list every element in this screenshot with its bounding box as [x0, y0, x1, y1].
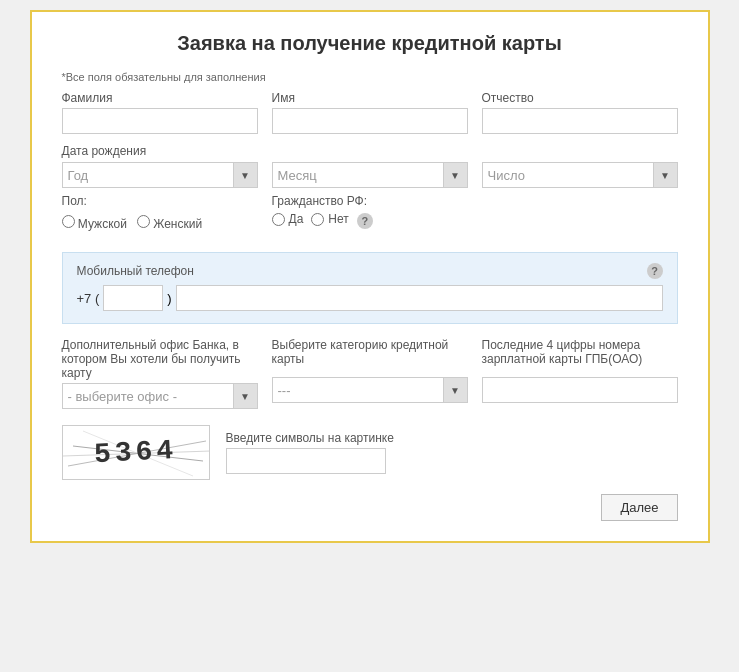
office-placeholder: - выберите офис -: [63, 387, 233, 406]
citizenship-group: Гражданство РФ: Да Нет ?: [272, 194, 468, 230]
male-label: Мужской: [78, 217, 127, 231]
mobile-number-input[interactable]: [176, 285, 663, 311]
male-radio-item[interactable]: Мужской: [62, 215, 127, 231]
firstname-label: Имя: [272, 91, 468, 105]
mobile-section-header: Мобильный телефон ?: [77, 263, 663, 279]
no-radio-item[interactable]: Нет: [311, 212, 348, 226]
day-arrow-icon: ▼: [653, 163, 677, 187]
captcha-input[interactable]: [226, 448, 386, 474]
submit-button[interactable]: Далее: [601, 494, 677, 521]
mobile-code-input[interactable]: [103, 285, 163, 311]
required-note: *Все поля обязательны для заполнения: [62, 71, 678, 83]
page-title: Заявка на получение кредитной карты: [62, 32, 678, 55]
patronymic-label: Отчество: [482, 91, 678, 105]
patronymic-field-group: Отчество: [482, 91, 678, 134]
yes-radio-item[interactable]: Да: [272, 212, 304, 226]
month-select[interactable]: Месяц ▼: [272, 162, 468, 188]
office-row: Дополнительный офис Банка, в котором Вы …: [62, 338, 678, 409]
category-label: Выберите категорию кредитной карты: [272, 338, 468, 374]
mobile-help-icon[interactable]: ?: [647, 263, 663, 279]
year-select-group: Год ▼: [62, 162, 258, 188]
year-placeholder: Год: [63, 166, 233, 185]
female-radio[interactable]: [137, 215, 150, 228]
lastname-label: Фамилия: [62, 91, 258, 105]
office-label: Дополнительный офис Банка, в котором Вы …: [62, 338, 258, 380]
yes-radio[interactable]: [272, 213, 285, 226]
captcha-input-group: Введите символы на картинке: [226, 431, 394, 474]
card-number-field: Последние 4 цифры номера зарплатной карт…: [482, 338, 678, 403]
female-radio-item[interactable]: Женский: [137, 215, 202, 231]
category-select[interactable]: --- ▼: [272, 377, 468, 403]
patronymic-input[interactable]: [482, 108, 678, 134]
gender-radio-group: Мужской Женский: [62, 212, 258, 238]
year-arrow-icon: ▼: [233, 163, 257, 187]
captcha-image: 5364: [62, 425, 210, 480]
day-placeholder: Число: [483, 166, 653, 185]
card-number-label: Последние 4 цифры номера зарплатной карт…: [482, 338, 678, 374]
submit-row: Далее: [62, 494, 678, 521]
office-select[interactable]: - выберите офис - ▼: [62, 383, 258, 409]
month-arrow-icon: ▼: [443, 163, 467, 187]
citizenship-label: Гражданство РФ:: [272, 194, 468, 208]
firstname-input[interactable]: [272, 108, 468, 134]
month-select-group: Месяц ▼: [272, 162, 468, 188]
lastname-input[interactable]: [62, 108, 258, 134]
citizenship-radio-row: Да Нет ?: [272, 212, 468, 230]
mobile-section: Мобильный телефон ? +7 ( ): [62, 252, 678, 324]
firstname-field-group: Имя: [272, 91, 468, 134]
citizenship-help-icon[interactable]: ?: [357, 213, 373, 229]
day-select-group: Число ▼: [482, 162, 678, 188]
category-placeholder: ---: [273, 381, 443, 400]
captcha-row: 5364 Введите символы на картинке: [62, 425, 678, 480]
gender-group: Пол: Мужской Женский: [62, 194, 258, 238]
no-label: Нет: [328, 212, 348, 226]
captcha-label: Введите символы на картинке: [226, 431, 394, 445]
male-radio[interactable]: [62, 215, 75, 228]
birthdate-label: Дата рождения: [62, 144, 678, 158]
category-field: Выберите категорию кредитной карты --- ▼: [272, 338, 468, 403]
yes-label: Да: [289, 212, 304, 226]
mobile-title: Мобильный телефон: [77, 264, 194, 278]
gender-label: Пол:: [62, 194, 258, 208]
category-arrow-icon: ▼: [443, 378, 467, 402]
no-radio[interactable]: [311, 213, 324, 226]
mobile-input-row: +7 ( ): [77, 285, 663, 311]
month-placeholder: Месяц: [273, 166, 443, 185]
day-select[interactable]: Число ▼: [482, 162, 678, 188]
office-field: Дополнительный офис Банка, в котором Вы …: [62, 338, 258, 409]
captcha-display-text: 5364: [93, 435, 178, 470]
card-number-input[interactable]: [482, 377, 678, 403]
mobile-close-paren: ): [167, 291, 171, 306]
office-arrow-icon: ▼: [233, 384, 257, 408]
year-select[interactable]: Год ▼: [62, 162, 258, 188]
lastname-field-group: Фамилия: [62, 91, 258, 134]
female-label: Женский: [153, 217, 202, 231]
mobile-prefix: +7 (: [77, 291, 100, 306]
